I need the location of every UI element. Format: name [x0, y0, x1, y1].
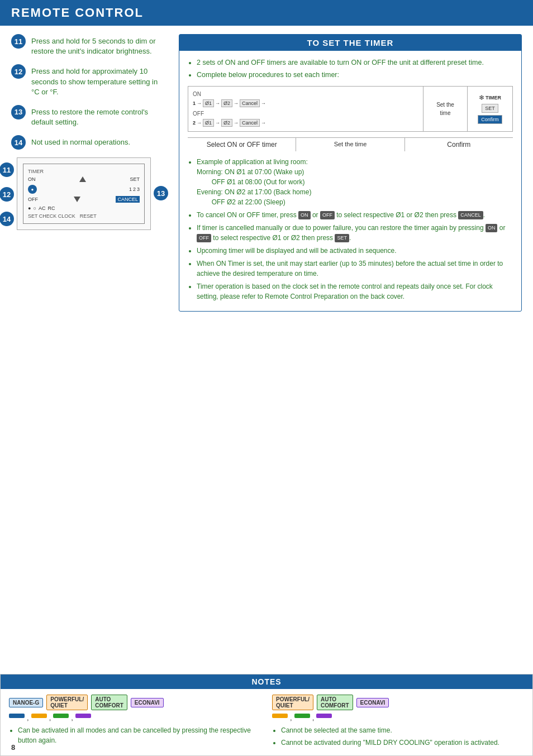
main-content: 11 Press and hold for 5 seconds to dim o… [0, 26, 533, 320]
circle1-box-2: Ø1 [203, 119, 214, 127]
badge-11: 11 [0, 162, 14, 177]
set-label: SET [130, 176, 140, 182]
item-row-12: 12 Press and hold for approximately 10 s… [11, 64, 168, 97]
notes-badges-left: NANOE-G POWERFUL/QUIET AUTOCOMFORT ECONA… [9, 695, 261, 710]
arrow-right-6: → [215, 120, 220, 126]
timer-btn-label: TIMER [486, 95, 501, 101]
circle1-box: Ø1 [203, 99, 214, 107]
timer-body: 2 sets of ON and OFF timers are availabl… [179, 51, 521, 311]
rc-label: RC [47, 205, 55, 211]
bullet-example: Example of application at living room: M… [197, 157, 513, 207]
on-diag-label: ON [193, 91, 418, 97]
badge-13-container: 13 [154, 186, 168, 200]
bar-nanoe [9, 714, 25, 718]
badge-1: ● [28, 185, 37, 194]
timer-diag-center: Set the time [423, 87, 468, 131]
arrow-right-8: → [261, 120, 266, 126]
comma-2: , [49, 714, 51, 722]
row-num-1: 1 [193, 101, 196, 106]
select-on-off-cell: Select ON or OFF timer [188, 138, 296, 151]
bar-econavi [75, 714, 91, 718]
row-num-2: 2 [193, 120, 196, 126]
econavi-badge: ECONAVI [131, 698, 164, 707]
cancel-label: CANCEL [116, 196, 140, 203]
arrow-right-4: → [261, 101, 266, 106]
notes-badges-right: POWERFUL/QUIET AUTOCOMFORT ECONAVI [272, 695, 524, 710]
auto-badge: AUTOCOMFORT [91, 695, 127, 710]
timer-diag-right: ❄ TIMER SET Confirm [468, 87, 512, 131]
on-btn: ON [298, 211, 311, 220]
item-row-11: 11 Press and hold for 5 seconds to dim o… [11, 34, 168, 56]
item-num-13: 13 [11, 105, 26, 119]
powerful-badge: POWERFUL/QUIET [46, 695, 88, 710]
set-btn[interactable]: SET [482, 104, 498, 113]
dot-icon: ● [28, 205, 31, 211]
confirm-cell: Confirm [405, 138, 513, 151]
notes-section: NOTES NANOE-G POWERFUL/QUIET AUTOCOMFORT… [0, 674, 533, 756]
notes-title: NOTES [251, 677, 281, 686]
snowflake-icon: ❄ [479, 94, 484, 102]
arrow-right-3: → [234, 101, 239, 106]
notes-header: NOTES [1, 674, 532, 689]
off-btn: OFF [320, 211, 335, 220]
timer-diag-left: ON 1 → Ø1 → Ø2 → Cancel → OFF [188, 87, 423, 131]
set-btn-2: SET [335, 234, 349, 243]
confirm-btn[interactable]: Confirm [478, 115, 502, 124]
bar-auto-r [294, 714, 310, 718]
bullet-upcoming: Upcoming timer will be displayed and wil… [197, 246, 513, 256]
set-time-label: Set the [436, 102, 454, 108]
comma-r-2: , [312, 714, 315, 722]
circle2-box: Ø2 [221, 99, 232, 107]
cancel-box: Cancel [240, 99, 260, 107]
timer-label: TIMER [28, 169, 140, 174]
set-time-cell: Set the time [296, 138, 404, 151]
page-header: REMOTE CONTROL [0, 0, 533, 26]
timer-flow-diagram: ON 1 → Ø1 → Ø2 → Cancel → OFF [188, 86, 513, 132]
bullet-on-timer: When ON Timer is set, the unit may start… [197, 259, 513, 279]
timer-bullets-section: Example of application at living room: M… [188, 157, 513, 302]
remote-inner: TIMER ON SET ● 1 2 3 O [23, 164, 145, 224]
powerful-badge-r: POWERFUL/QUIET [272, 695, 313, 710]
item-text-13: Press to restore the remote control's de… [31, 105, 168, 127]
off-btn-2: OFF [197, 234, 211, 243]
badge-14: 14 [0, 212, 14, 226]
timer-intro: 2 sets of ON and OFF timers are availabl… [188, 58, 513, 80]
item-num-14: 14 [11, 135, 26, 150]
timer-icon-row: ❄ TIMER [479, 94, 501, 102]
page-number: 8 [11, 743, 15, 752]
remote-row-off: OFF CANCEL [28, 196, 140, 203]
badge-12: 12 [0, 187, 14, 202]
badge-num-label: ● [31, 187, 34, 192]
flow-row-2: 2 → Ø1 → Ø2 → Cancel → [193, 119, 418, 127]
page-title: REMOTE CONTROL [11, 6, 144, 20]
timer-intro-2: Complete below procedures to set each ti… [197, 70, 513, 80]
econavi-badge-r: ECONAVI [356, 698, 389, 707]
badge-13: 13 [154, 186, 168, 200]
side-badges: 11 12 14 [0, 162, 14, 226]
time-label: time [440, 110, 451, 116]
item-num-11: 11 [11, 34, 26, 49]
remote-diagram: TIMER ON SET ● 1 2 3 O [17, 157, 151, 230]
remote-row-on: ON SET [28, 176, 140, 182]
cancel-box-2: Cancel [240, 119, 260, 127]
ac-label: AC [39, 205, 46, 211]
timer-bullets: Example of application at living room: M… [188, 157, 513, 302]
circle-icon: ○ [33, 205, 36, 211]
item-text-12: Press and hold for approximately 10 seco… [31, 64, 168, 97]
item-text-11: Press and hold for 5 seconds to dim or r… [31, 34, 168, 56]
timer-intro-1: 2 sets of ON and OFF timers are availabl… [197, 58, 513, 68]
right-column: TO SET THE TIMER 2 sets of ON and OFF ti… [179, 34, 522, 312]
timer-select-row: Select ON or OFF timer Set the time Conf… [188, 137, 513, 151]
right-icons: ❄ TIMER SET Confirm [478, 94, 502, 124]
set-check-label: SET CHECK CLOCK [28, 213, 75, 219]
nanoe-badge: NANOE-G [9, 698, 43, 707]
bar-powerful [31, 714, 47, 718]
notes-body: NANOE-G POWERFUL/QUIET AUTOCOMFORT ECONA… [1, 689, 532, 755]
down-arrow-icon [74, 197, 80, 202]
item-row-13: 13 Press to restore the remote control's… [11, 105, 168, 127]
arrow-right-2: → [215, 101, 220, 106]
up-arrow-icon [79, 176, 86, 182]
off-diag-label: OFF [193, 111, 418, 117]
timer-box: TO SET THE TIMER 2 sets of ON and OFF ti… [179, 34, 522, 312]
on-btn-2: ON [486, 224, 498, 233]
